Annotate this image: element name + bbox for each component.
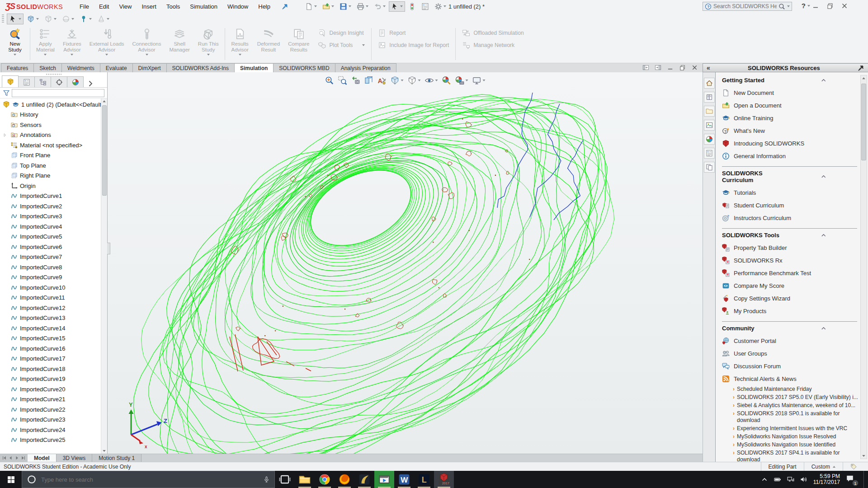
scroll-down-icon[interactable] [861, 453, 867, 459]
manager-tab-crosshair[interactable] [51, 76, 67, 87]
tree-item-importedcurve11[interactable]: ImportedCurve11 [0, 293, 107, 303]
tree-item-origin[interactable]: Origin [0, 181, 107, 191]
qat-undo-button[interactable] [372, 1, 388, 12]
introducing-solidworks-link[interactable]: Introducing SOLIDWORKS [722, 137, 857, 150]
task-pane-tab-copy[interactable] [704, 162, 715, 173]
nav-last-button[interactable] [20, 455, 26, 461]
tab-simulation[interactable]: Simulation [234, 63, 274, 72]
my-products-link[interactable]: My Products [722, 305, 857, 317]
tree-item-importedcurve14[interactable]: ImportedCurve14 [0, 323, 107, 333]
tree-item-importedcurve24[interactable]: ImportedCurve24 [0, 425, 107, 435]
scroll-down-icon[interactable] [101, 448, 107, 454]
close-button[interactable] [841, 2, 848, 9]
qat-cursor-button[interactable] [389, 1, 405, 12]
tree-item-importedcurve22[interactable]: ImportedCurve22 [0, 404, 107, 415]
file-explorer-button[interactable] [295, 471, 315, 488]
tree-item-importedcurve17[interactable]: ImportedCurve17 [0, 354, 107, 364]
nav-prev-button[interactable] [8, 455, 14, 461]
news-item[interactable]: ›SOLIDWORKS 2017 SP5.0 EV (Early Visibil… [733, 394, 859, 401]
customer-portal-link[interactable]: Customer Portal [722, 334, 857, 347]
scrollbar-thumb[interactable] [861, 84, 866, 160]
tutorials-link[interactable]: Tutorials [722, 186, 857, 199]
hud-view-cube-button[interactable] [391, 76, 404, 85]
solidworks-2017-button[interactable]: 2017 [434, 471, 454, 488]
taskbar-search-input[interactable] [41, 476, 259, 483]
tab-features[interactable]: Features [1, 63, 34, 72]
tree-item-right-plane[interactable]: Right Plane [0, 171, 107, 181]
tree-item-importedcurve9[interactable]: ImportedCurve9 [0, 272, 107, 283]
news-item[interactable]: ›Experiencing Intermittent Issues with t… [733, 425, 859, 432]
menu-window[interactable]: Window [222, 1, 253, 12]
task-pane-tab-folder[interactable] [704, 106, 715, 117]
task-view-button[interactable] [275, 471, 295, 488]
hud-ball-pencil-button[interactable] [442, 76, 451, 85]
firefox-button[interactable] [335, 471, 354, 488]
task-pane-tab-book[interactable] [704, 92, 715, 103]
technical-alerts-news-link[interactable]: Technical Alerts & News [722, 372, 857, 385]
tab-evaluate[interactable]: Evaluate [100, 63, 133, 72]
qat-form-button[interactable] [419, 1, 431, 12]
tree-item-importedcurve19[interactable]: ImportedCurve19 [0, 374, 107, 385]
tree-item-root[interactable]: 1 unfilled (2) (Default<<Default> [0, 99, 107, 110]
microphone-icon[interactable] [263, 476, 270, 483]
tree-scrollbar[interactable] [101, 99, 107, 454]
hud-zoom-area-button[interactable] [338, 76, 347, 85]
media-player-classic-button[interactable] [374, 471, 394, 488]
online-training-link[interactable]: Online Training [722, 112, 857, 124]
tree-item-importedcurve3[interactable]: ImportedCurve3 [0, 211, 107, 222]
menu-help[interactable]: Help [253, 1, 275, 12]
manager-tabs-more-icon[interactable] [87, 80, 94, 87]
manager-tab-form[interactable] [18, 76, 35, 87]
hud-zoom-fit-button[interactable] [325, 76, 334, 85]
collapse-section-icon[interactable] [790, 325, 858, 332]
tab-solidworks-mbd[interactable]: SOLIDWORKS MBD [273, 63, 335, 72]
tree-item-importedcurve25[interactable]: ImportedCurve25 [0, 435, 107, 446]
ribbon-new-study-button[interactable]: New Study [2, 25, 28, 63]
help-menu[interactable]: ? [802, 2, 810, 9]
news-item[interactable]: ›MySolidworks Navigation Issue Resolved [733, 433, 859, 440]
splitter-handle[interactable] [107, 243, 110, 254]
general-information-link[interactable]: General Information [722, 150, 857, 162]
tree-item-importedcurve5[interactable]: ImportedCurve5 [0, 232, 107, 242]
toolbar-cube-blue-button[interactable] [24, 14, 41, 24]
tree-item-importedcurve10[interactable]: ImportedCurve10 [0, 282, 107, 293]
tree-item-importedcurve7[interactable]: ImportedCurve7 [0, 252, 107, 263]
battery-icon[interactable] [774, 476, 781, 483]
collapse-section-icon[interactable] [790, 77, 858, 84]
tree-item-importedcurve2[interactable]: ImportedCurve2 [0, 201, 107, 211]
hud-prev-view-button[interactable] [351, 76, 360, 85]
collapse-pane-icon[interactable]: « [707, 64, 710, 71]
help-search-box[interactable]: ? [703, 2, 792, 11]
tree-item-importedcurve20[interactable]: ImportedCurve20 [0, 384, 107, 394]
what-s-new-link[interactable]: ?What's New [722, 124, 857, 137]
chrome-button[interactable] [315, 471, 335, 488]
sheet-tab-motion-study-1[interactable]: Motion Study 1 [92, 454, 142, 462]
clock[interactable]: 5:59 PM 11/17/2017 [813, 474, 840, 485]
nav-next-button[interactable] [14, 455, 20, 461]
dock-left-icon[interactable] [642, 64, 649, 71]
league-of-legends-button[interactable]: L [414, 471, 434, 488]
tab-dimxpert[interactable]: DimXpert [132, 63, 167, 72]
nav-first-button[interactable] [1, 455, 7, 461]
word-button[interactable]: W [394, 471, 414, 488]
collapse-section-icon[interactable] [790, 232, 858, 239]
menu-view[interactable]: View [114, 1, 137, 12]
collapse-section-icon[interactable] [790, 174, 858, 180]
qat-open-button[interactable] [320, 1, 336, 12]
tree-item-importedcurve21[interactable]: ImportedCurve21 [0, 394, 107, 405]
hud-monitor-button[interactable] [472, 76, 486, 85]
solidworks-rx-link[interactable]: RSOLIDWORKS Rx [722, 254, 857, 267]
toolbar-sphere-grey-button[interactable] [60, 14, 76, 24]
tree-item-importedcurve6[interactable]: ImportedCurve6 [0, 242, 107, 252]
dock-right-icon[interactable] [655, 64, 661, 71]
tree-item-importedcurve1[interactable]: ImportedCurve1 [0, 191, 107, 202]
show-desktop-button[interactable] [863, 471, 866, 488]
taskbar-search[interactable] [22, 471, 275, 488]
discussion-forum-link[interactable]: Discussion Forum [722, 360, 857, 372]
hud-display-style-button[interactable] [408, 76, 421, 85]
tree-item-material-not-specified[interactable]: Material <not specified> [0, 140, 107, 150]
doc-restore-icon[interactable] [679, 64, 686, 71]
copy-settings-wizard-link[interactable]: Copy Settings Wizard [722, 292, 857, 305]
tree-item-importedcurve8[interactable]: ImportedCurve8 [0, 262, 107, 272]
student-curriculum-link[interactable]: Student Curriculum [722, 199, 857, 211]
